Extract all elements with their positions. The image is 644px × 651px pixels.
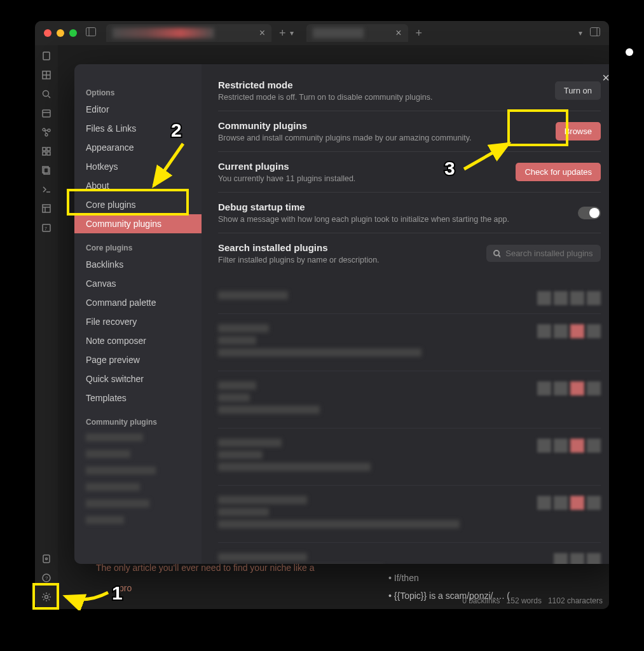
plugin-item[interactable] (218, 486, 601, 543)
debug-toggle[interactable] (578, 207, 601, 219)
tab-2[interactable]: × (306, 24, 408, 42)
sidebar-item-plugin[interactable] (74, 462, 202, 479)
setting-desc: Browse and install community plugins mad… (218, 134, 556, 142)
minimize-window-button[interactable] (57, 29, 64, 37)
svg-rect-10 (43, 110, 50, 117)
installed-plugin-list (218, 281, 601, 564)
help-icon[interactable]: ? (41, 572, 52, 584)
sidebar-item-plugin[interactable] (74, 479, 202, 495)
sidebar-item-files-links[interactable]: Files & Links (74, 119, 202, 138)
plugin-item[interactable] (218, 371, 601, 428)
sidebar-item-appearance[interactable]: Appearance (74, 138, 202, 157)
settings-modal: Options Editor Files & Links Appearance … (74, 64, 609, 564)
file-icon[interactable] (41, 50, 52, 62)
sidebar-item-command-palette[interactable]: Command palette (74, 293, 202, 312)
search-input[interactable] (505, 249, 594, 258)
graph-icon[interactable] (41, 127, 52, 138)
files-icon[interactable] (41, 165, 52, 176)
setting-row-restricted: Restricted mode Restricted mode is off. … (218, 79, 601, 111)
left-ribbon: 7 ? (35, 45, 58, 609)
svg-rect-18 (47, 147, 50, 151)
sidebar-item-plugin[interactable] (74, 512, 202, 528)
close-icon[interactable]: × (602, 71, 609, 85)
svg-point-14 (45, 134, 48, 136)
calendar-icon[interactable] (41, 107, 52, 119)
close-icon[interactable]: × (259, 27, 265, 39)
close-icon[interactable]: × (395, 27, 401, 39)
setting-row-debug: Debug startup time Show a message with h… (218, 193, 601, 233)
table-icon[interactable] (41, 69, 52, 81)
turn-on-button[interactable]: Turn on (555, 81, 601, 100)
status-backlinks[interactable]: 0 backlinks (462, 596, 500, 605)
svg-rect-20 (47, 152, 50, 155)
check-updates-button[interactable]: Check for updates (516, 163, 601, 181)
sidebar-item-backlinks[interactable]: Backlinks (74, 255, 202, 274)
sidebar-item-templates[interactable]: Templates (74, 388, 202, 408)
tab-dropdown-icon[interactable]: ▾ (579, 29, 582, 38)
status-bar: 0 backlinks 152 words 1102 characters (462, 596, 603, 605)
browse-button[interactable]: Browse (556, 122, 601, 140)
sidebar-item-plugin[interactable] (74, 495, 202, 512)
vault-icon[interactable] (41, 553, 52, 565)
setting-row-search: Search installed plugins Filter installe… (218, 233, 601, 273)
sidebar-item-note-composer[interactable]: Note composer (74, 331, 202, 350)
svg-point-30 (46, 558, 48, 560)
svg-rect-0 (86, 28, 96, 36)
sidebar-item-plugin[interactable] (74, 429, 202, 446)
search-icon (493, 249, 500, 258)
svg-rect-19 (43, 152, 46, 155)
sidebar-item-community-plugins[interactable]: Community plugins (74, 214, 202, 233)
svg-text:?: ? (45, 575, 48, 581)
setting-title: Search installed plugins (218, 242, 486, 253)
settings-icon[interactable] (41, 591, 52, 603)
plugin-item[interactable] (218, 314, 601, 371)
svg-point-33 (45, 596, 48, 599)
setting-title: Debug startup time (218, 202, 578, 212)
search-icon[interactable] (41, 88, 52, 100)
close-window-button[interactable] (44, 29, 51, 37)
sidebar-item-page-preview[interactable]: Page preview (74, 350, 202, 369)
terminal-icon[interactable] (41, 184, 52, 195)
sidebar-group-label: Options (74, 86, 202, 100)
svg-point-34 (494, 250, 499, 256)
search-input-wrapper[interactable] (486, 245, 601, 262)
sidebar-item-quick-switcher[interactable]: Quick switcher (74, 369, 202, 388)
svg-rect-29 (43, 555, 50, 563)
sidebar-item-about[interactable]: About (74, 176, 202, 195)
setting-title: Current plugins (218, 161, 516, 172)
setting-desc: Show a message with how long each plugin… (218, 215, 578, 224)
setting-desc: Filter installed plugins by name or desc… (218, 256, 486, 264)
layout-icon[interactable] (41, 203, 52, 214)
sidebar-item-editor[interactable]: Editor (74, 100, 202, 119)
sidebar-item-file-recovery[interactable]: File recovery (74, 312, 202, 331)
cursor-dot (626, 48, 633, 56)
svg-text:7: 7 (45, 226, 47, 231)
new-tab-button[interactable]: + (279, 27, 286, 40)
calendar-7-icon[interactable]: 7 (41, 222, 52, 233)
setting-title: Restricted mode (218, 79, 555, 90)
settings-content: × Restricted mode Restricted mode is off… (202, 64, 609, 564)
titlebar: × + ▾ × + ▾ (35, 21, 609, 45)
left-sidebar-toggle-icon[interactable] (86, 27, 96, 39)
status-chars: 1102 characters (548, 596, 603, 605)
grid-icon[interactable] (41, 146, 52, 157)
app-window: × + ▾ × + ▾ 7 ? The only arti (35, 21, 609, 609)
settings-sidebar: Options Editor Files & Links Appearance … (74, 64, 202, 564)
tab-chevron-icon[interactable]: ▾ (290, 29, 294, 38)
new-tab-button[interactable]: + (416, 27, 423, 40)
zoom-window-button[interactable] (69, 29, 77, 37)
sidebar-item-hotkeys[interactable]: Hotkeys (74, 157, 202, 176)
traffic-lights (44, 29, 77, 37)
sidebar-group-label: Community plugins (74, 415, 202, 429)
svg-rect-17 (43, 147, 46, 151)
plugin-item[interactable] (218, 543, 601, 564)
sidebar-item-canvas[interactable]: Canvas (74, 274, 202, 293)
svg-point-8 (43, 91, 49, 97)
setting-row-community: Community plugins Browse and install com… (218, 111, 601, 152)
sidebar-item-plugin[interactable] (74, 446, 202, 462)
right-sidebar-toggle-icon[interactable] (590, 27, 600, 39)
plugin-item[interactable] (218, 428, 601, 486)
tab-1[interactable]: × (106, 24, 271, 42)
plugin-item[interactable] (218, 281, 601, 314)
sidebar-item-core-plugins[interactable]: Core plugins (74, 195, 202, 214)
